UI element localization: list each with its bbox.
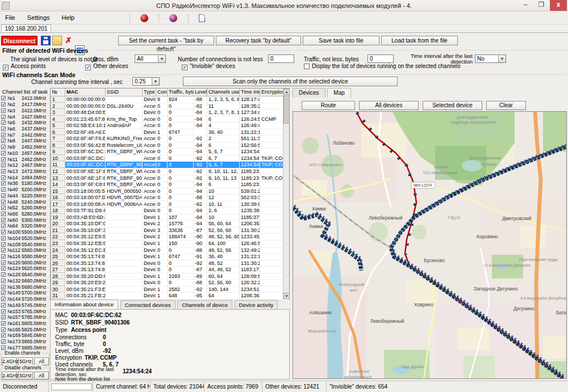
disable-24ghz-button[interactable]: 2.4GHz [2,372,17,380]
checkbox-icon[interactable] [1,285,6,289]
checkbox-icon[interactable] [304,64,310,69]
col-channels[interactable]: Channels used [207,88,240,96]
channel-checkbox-item[interactable]: №2 2417.0MHz [1,102,50,108]
table-row[interactable]: 10 00:03:0F:6C:DC:61 Access 0 0 -92 6, 7… [51,155,289,162]
checkbox-icon[interactable] [1,339,6,344]
table-row[interactable]: 28 00:04:35:20:DD:6F Device 1 2293 -89 6… [51,273,289,280]
table-row[interactable]: 29 00:04:35:20:E9:2A Device 0 0 -88 52, … [51,280,289,286]
channel-checkbox-item[interactable]: №56 5280.0MHz [1,211,50,217]
table-row[interactable]: 20 00:04:35:10:DF:0A Device 2 15776 -94 … [51,221,289,227]
channel-checkbox-item[interactable]: №7 2442.0MHz [1,132,50,138]
table-scrollbar[interactable]: ▲ ▼ [283,88,289,299]
checkbox-icon[interactable] [1,115,6,119]
checkbox-icon[interactable] [1,224,6,228]
col-time[interactable]: Time interv [240,88,260,96]
checkbox-icon[interactable] [1,290,6,295]
col-ssid[interactable]: SSID [106,88,143,96]
channel-checkbox-item[interactable]: №144 5720.0MHz [1,296,50,302]
scroll-up-icon[interactable]: ▲ [283,88,290,95]
table-row[interactable]: 25 00:04:35:13:74:87 Device 1 6747 -91 3… [51,254,289,260]
channel-checkbox-item[interactable]: №120 5600.0MHz [1,259,50,265]
chevron-down-icon[interactable]: ▼ [158,55,165,62]
checkbox-icon[interactable] [1,321,6,326]
channel-checkbox-item[interactable]: №6 2437.0MHz [1,126,50,132]
disconnect-button[interactable]: Disconnect [1,36,37,45]
channel-checkbox-item[interactable]: №173 5865.0MHz [1,339,50,345]
filter-checkbox[interactable]: Access points [3,63,46,70]
tab-map[interactable]: Map [327,88,350,98]
channel-checkbox-item[interactable]: №64 5320.0MHz [1,223,50,229]
channel-checkbox-item[interactable]: №104 5520.0MHz [1,235,50,242]
channel-checkbox-item[interactable]: №112 5560.0MHz [1,247,50,254]
table-row[interactable]: 7 00:02:6F:4F:F6:B6 KURKINO_Free Access … [51,136,289,142]
save-icon[interactable] [41,36,51,45]
channel-checkbox-item[interactable]: №132 5660.0MHz [1,278,50,284]
table-row[interactable]: 18 00:03:7F:91:D9:48 Device 0 0 -94 2, 6… [51,208,289,214]
filter-checkbox[interactable]: Display the list of devices running on t… [304,63,461,70]
checkbox-icon[interactable] [1,315,6,319]
table-row[interactable]: 13 00:03:0F:6E:1F:81 RTK_SBRF_90402425 A… [51,175,289,182]
checkbox-icon[interactable] [1,279,6,283]
tab-connected-devices[interactable]: Connected devices [120,300,176,309]
connection-tab[interactable]: 192.168.200.201 [1,24,51,33]
channel-checkbox-item[interactable]: №8 2447.0MHz [1,138,50,144]
checkbox-icon[interactable] [1,169,6,174]
checkbox-icon[interactable] [1,333,6,338]
col-conn[interactable]: Conn [156,88,168,96]
checkbox-icon[interactable] [1,108,6,113]
purple-ball-icon[interactable] [169,14,177,22]
enable-24ghz-button[interactable]: 2.4GHz [2,357,17,365]
filter-checkbox[interactable]: "Invisible" devices [182,63,235,70]
enable-all-button[interactable]: All [34,357,49,365]
table-row[interactable]: 27 00:04:35:13:74:8C Device 0 0 -87 44, … [51,267,289,273]
checkbox-icon[interactable] [1,175,6,180]
col-traffic[interactable]: Traffic, bytes [168,88,194,96]
table-row[interactable]: 12 00:03:0F:6E:1F:80 RTK_SBRF_WIFI Acces… [51,168,289,175]
table-row[interactable]: 31 00:04:35:21:FB:26 Device 1 648 -95 64… [51,293,289,300]
connections-input[interactable]: 0 [268,54,294,63]
disable-all-button[interactable]: All [34,372,49,380]
channel-checkbox-item[interactable]: №108 5540.0MHz [1,241,50,247]
all-devices-button[interactable]: All devices [359,101,419,110]
table-row[interactable]: 1 00:00:00:00:00:00 Device 9 924 -88 1, … [51,96,289,103]
checkbox-icon[interactable] [1,345,6,350]
menu-settings[interactable]: Settings [22,11,55,24]
traffic-input[interactable]: 0 [367,54,394,63]
channel-checkbox-item[interactable]: №40 5200.0MHz [1,187,50,193]
channel-checkbox-item[interactable]: №4 2427.0MHz [1,113,50,120]
channel-checkbox-item[interactable]: №36 5180.0MHz [1,180,50,187]
close-button[interactable]: x [550,0,567,11]
checkbox-icon[interactable] [1,181,6,186]
table-row[interactable]: 14 00:03:0F:6F:C8:80 RTK_SBRF_WIFI Acces… [51,182,289,188]
scan-selected-button[interactable]: Scan only the channels of the selected d… [183,77,398,86]
checkbox-icon[interactable] [1,260,6,265]
table-row[interactable]: 30 00:04:35:21:F3:E5 Device 1 2582 -92 1… [51,286,289,293]
checkbox-icon[interactable] [3,65,9,70]
table-row[interactable]: 5 00:02:5B:E4:10:12 AndroidAP Access 0 0… [51,123,289,129]
checkbox-icon[interactable] [1,309,6,314]
tab-channels-of-device[interactable]: Channels of device [177,300,232,309]
set-current-task-button[interactable]: Set the current task - "task by default" [118,36,214,45]
channel-checkbox-item[interactable]: №140 5700.0MHz [1,290,50,296]
signal-level-select[interactable]: All▼ [135,54,166,63]
channel-checkbox-item[interactable]: №116 5580.0MHz [1,254,50,260]
channel-checkbox-item[interactable]: №149 5745.0MHz [1,302,50,308]
load-task-button[interactable]: Load task from the file [381,36,458,45]
table-row[interactable]: 2 00:00:00:00:00:01 DSL-2640U Access 0 0… [51,103,289,110]
checkbox-icon[interactable] [1,254,6,259]
checkbox-icon[interactable] [1,120,6,125]
tab-device-activity[interactable]: Device activity [235,300,278,309]
channel-checkbox-item[interactable]: №52 5260.0MHz [1,205,50,211]
scroll-down-icon[interactable]: ▼ [283,293,290,299]
table-row[interactable]: 19 00:03:AB:E0:6D:40 Device 1 107 -94 10… [51,214,289,221]
checkbox-icon[interactable] [1,145,6,149]
selected-device-button[interactable]: Selected device [423,101,482,110]
channel-checkbox-item[interactable]: №60 5300.0MHz [1,217,50,223]
checkbox-icon[interactable] [1,163,6,167]
scrollbar-thumb[interactable] [283,95,290,124]
col-type[interactable]: Type [143,88,156,96]
col-level[interactable]: Level, [194,88,207,96]
scan-interval-select[interactable]: 0.25▼ [132,77,160,86]
channel-checkbox-item[interactable]: №169 5845.0MHz [1,332,50,339]
interval-select[interactable]: No▼ [475,54,506,63]
